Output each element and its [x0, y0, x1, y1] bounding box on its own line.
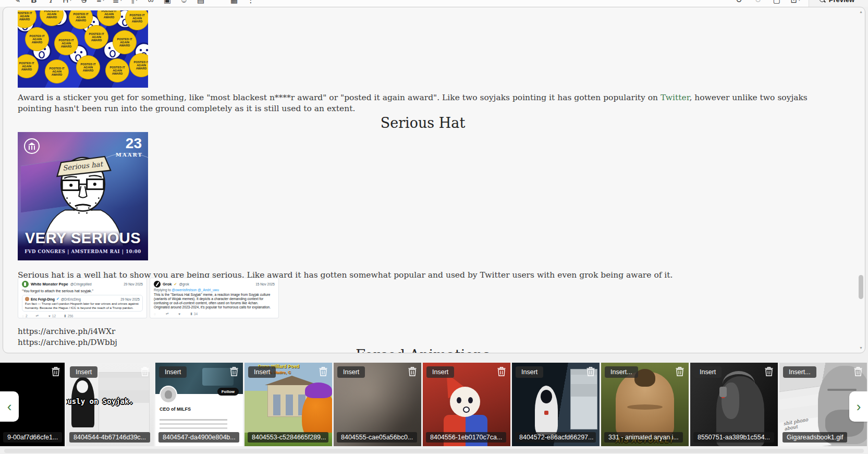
- insert-button[interactable]: Insert...: [605, 366, 638, 378]
- thumbnail-tile[interactable]: AIS ACTUALLY Insert... 331 - animated ar…: [601, 363, 689, 446]
- scrollbar-thumb[interactable]: [859, 275, 863, 299]
- quote-icon[interactable]: “”: [212, 0, 223, 6]
- tile-art: [160, 386, 177, 403]
- like-count: 12: [52, 314, 56, 318]
- sticker-line: AWARD: [19, 18, 30, 21]
- table-icon[interactable]: ▦: [228, 0, 240, 6]
- thumbnail-tile[interactable]: ously on Soyjak. Insert 8404544-4b67146d…: [66, 363, 154, 446]
- toolbar-left-group: ✎ B I H▾ S ≡▾ ≣▾ ¶▾ ∞ ▣ ☺ ▤ “” ▦ ⋮: [0, 0, 256, 6]
- verified-badge-icon: ✔: [174, 282, 177, 286]
- strip-next-button[interactable]: ›: [849, 391, 868, 422]
- tweet-card-grok[interactable]: Grok ✔ @grok 15 Nov 2025 Replying to @ow…: [150, 278, 279, 318]
- award-collage-image[interactable]: POSTED IT AGAIN AWARD POSTED IT AGAIN AW…: [18, 10, 148, 88]
- document-body[interactable]: POSTED IT AGAIN AWARD POSTED IT AGAIN AW…: [3, 7, 865, 353]
- thumbnail-tile[interactable]: Dane Willard Poed Sierra Madre, C Insert…: [244, 363, 332, 446]
- export-icon[interactable]: ⊡ ▾: [790, 0, 801, 6]
- tweet-date: 29 Nov 2025: [124, 282, 143, 286]
- editor-toolbar: ✎ B I H▾ S ≡▾ ≣▾ ¶▾ ∞ ▣ ☺ ▤ “” ▦ ⋮: [0, 0, 868, 7]
- preview-button[interactable]: Preview: [809, 0, 868, 7]
- insert-button[interactable]: Insert: [426, 366, 454, 378]
- quoted-tweet[interactable]: Eric Feigl-Ding ✔ @DrEricDing 29 Nov 202…: [22, 295, 143, 312]
- chevron-left-icon: ‹: [7, 399, 12, 415]
- paragraph-award-text: Award is a sticker you get for something…: [18, 93, 661, 102]
- emoji-icon[interactable]: ☺: [178, 0, 190, 6]
- fullscreen-icon[interactable]: ▢: [771, 0, 783, 6]
- trash-icon[interactable]: [51, 366, 60, 377]
- replying-to-handles[interactable]: @owenisfirstson @_Andri_uwu: [172, 288, 219, 292]
- sticker-line: AWARD: [21, 68, 32, 71]
- twitter-link[interactable]: Twitter: [661, 93, 689, 102]
- paragraph-icon[interactable]: ¶▾: [128, 0, 140, 6]
- tweet-card-pepe[interactable]: White Monster Pepe @Cringepilled 29 Nov …: [18, 278, 147, 318]
- redo-icon[interactable]: ↻: [752, 0, 764, 6]
- undo-icon[interactable]: ↺: [733, 0, 745, 6]
- strikethrough-icon[interactable]: S: [78, 0, 90, 6]
- media-add-icon[interactable]: ▤: [195, 0, 206, 6]
- like-icon: ♥: [48, 314, 51, 318]
- link-icon[interactable]: ∞: [145, 0, 156, 6]
- image-icon[interactable]: ▣: [162, 0, 173, 6]
- tile-filename: 8404553-c5284665f289...: [248, 432, 328, 443]
- tile-visible-text: Follow: [217, 388, 239, 396]
- toolbar-right-group: ↺ ↻ ▢ ⊡ ▾ Preview: [733, 0, 868, 7]
- thumbnail-tile[interactable]: Insert 8550751-aa389b1c554...: [690, 363, 778, 446]
- quote-icon: “”: [215, 0, 220, 4]
- tweet-author-name: Grok: [163, 282, 172, 286]
- thumbnail-tile[interactable]: Insert 8404572-e86acfd66297...: [512, 363, 600, 446]
- tile-filename: 9-00af7d66cfe1...: [3, 432, 62, 443]
- insert-button[interactable]: Insert: [337, 366, 365, 378]
- tweet-stats: ◌2 ⇄ ♥12 ▮256: [22, 314, 143, 318]
- trash-icon[interactable]: [675, 366, 684, 377]
- insert-button[interactable]: Insert: [516, 366, 543, 378]
- insert-button[interactable]: Insert: [694, 366, 722, 378]
- trash-icon[interactable]: [229, 366, 239, 377]
- tile-visible-text: CEO of MILFS: [160, 407, 191, 412]
- trash-icon[interactable]: [140, 366, 150, 377]
- sticker-line: AWARD: [61, 45, 71, 48]
- align-icon: ≣: [113, 0, 119, 5]
- trash-icon[interactable]: [319, 366, 328, 377]
- insert-button[interactable]: Insert: [70, 366, 97, 378]
- tile-filename: 331 - animated aryan i...: [604, 432, 683, 443]
- award-sticker: POSTED IT AGAIN AWARD: [105, 58, 129, 82]
- trash-icon[interactable]: [408, 366, 417, 377]
- serious-hat-poster-image[interactable]: 23 MAART Serious hat: [18, 132, 148, 260]
- archive-link-2[interactable]: https://archive.ph/DWbbj: [18, 338, 117, 347]
- sticker-line: AWARD: [104, 16, 114, 19]
- heading-forced-animations: Forced Animations: [3, 347, 842, 353]
- insert-button[interactable]: Insert...: [783, 366, 816, 378]
- bold-icon[interactable]: B: [28, 0, 40, 6]
- insert-button[interactable]: Insert: [159, 366, 187, 378]
- list-icon[interactable]: ≡▾: [95, 0, 106, 6]
- trash-icon[interactable]: [853, 366, 863, 377]
- tile-visible-text: ously on Soyjak.: [66, 397, 133, 405]
- archive-link-1[interactable]: https://archive.ph/i4WXr: [18, 327, 115, 336]
- italic-icon[interactable]: I: [45, 0, 56, 6]
- heading-icon[interactable]: H▾: [62, 0, 73, 6]
- thumbnail-tile[interactable]: Insert 8404556-1eb0170c7ca...: [423, 363, 510, 446]
- like-icon: ♥: [178, 312, 180, 316]
- align-icon[interactable]: ≣▾: [112, 0, 123, 6]
- thumbnail-tile[interactable]: CEO of MILFS Follow Insert 8404547-da490…: [155, 363, 243, 446]
- insert-button[interactable]: Insert: [248, 366, 276, 378]
- verified-badge-icon: ✔: [56, 297, 59, 301]
- more-icon[interactable]: ⋮: [245, 0, 256, 6]
- trash-icon[interactable]: [586, 366, 595, 377]
- scroll-up-icon[interactable]: ▴: [858, 9, 864, 15]
- italic-icon: I: [49, 0, 52, 5]
- strip-scroll-track[interactable]: [4, 449, 864, 453]
- views-icon: ▮: [64, 314, 66, 318]
- format-icon[interactable]: ✎: [11, 0, 23, 6]
- thumbnail-tile[interactable]: Insert 8404555-cae05a56bc0...: [334, 363, 421, 446]
- views-icon: ▮: [190, 312, 192, 316]
- scroll-down-icon[interactable]: ▾: [858, 345, 864, 351]
- editor-surface[interactable]: POSTED IT AGAIN AWARD POSTED IT AGAIN AW…: [3, 7, 865, 353]
- sticker-line: AWARD: [32, 41, 42, 44]
- trash-icon[interactable]: [764, 366, 774, 377]
- sticker-line: AWARD: [119, 44, 130, 47]
- bold-icon: B: [31, 0, 37, 4]
- strip-prev-button[interactable]: ‹: [0, 391, 19, 422]
- trash-icon[interactable]: [497, 366, 506, 377]
- award-sticker: POSTED IT AGAIN AWARD: [45, 59, 69, 83]
- editor-scrollbar[interactable]: ▴ ▾: [858, 8, 864, 352]
